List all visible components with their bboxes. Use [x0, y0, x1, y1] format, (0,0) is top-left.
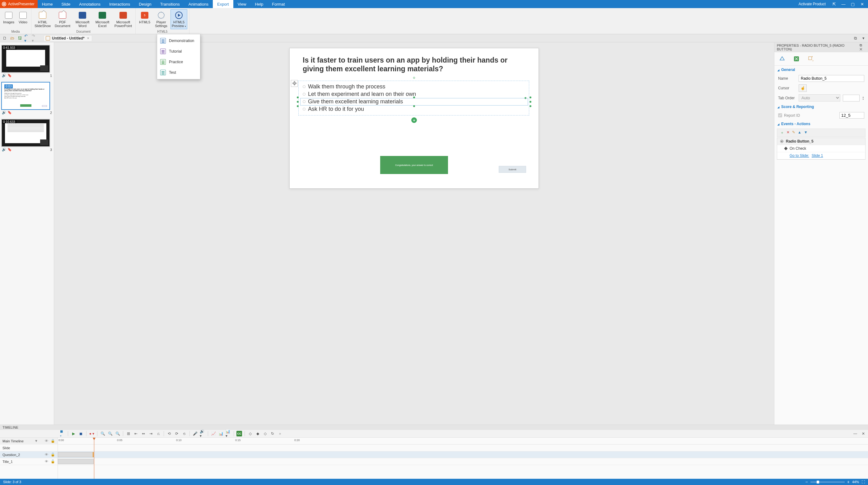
export-html-slideshow-button[interactable]: HTML SlideShow	[33, 9, 52, 29]
preview-test[interactable]: Test	[157, 67, 200, 78]
cursor-picker[interactable]: ☝	[799, 84, 807, 92]
slide-thumb-1[interactable]: 0:41.933 🔊🔖1	[1, 45, 53, 78]
delete-event-icon[interactable]: ✕	[786, 130, 789, 135]
player-settings-button[interactable]: Player Settings	[153, 9, 169, 29]
style-tab-icon[interactable]	[779, 55, 785, 62]
export-html5-button[interactable]: 5 HTML5	[137, 9, 152, 29]
crop-start-icon[interactable]: ⟲	[166, 431, 172, 436]
export-powerpoint-button[interactable]: Microsoft PowerPoint	[113, 9, 133, 29]
clip-title[interactable]	[58, 459, 94, 464]
restore-panel-icon[interactable]: ⧉	[852, 35, 858, 41]
tab-transitions[interactable]: Transitions	[156, 0, 184, 8]
record-icon[interactable]: ⏹ ▾	[60, 431, 65, 436]
move-handle-icon[interactable]: ✥	[291, 80, 298, 87]
zoom-in-button[interactable]: +	[847, 479, 850, 484]
dock-icon[interactable]: ⧉	[860, 43, 862, 47]
align-center-icon[interactable]: ⇔	[141, 431, 146, 436]
undo-icon[interactable]: ↶ ▾	[24, 35, 30, 41]
trim-icon[interactable]: ⎋	[181, 431, 187, 436]
zoom-fit-icon[interactable]: 🔍	[115, 431, 120, 436]
align-right-icon[interactable]: ⇥	[148, 431, 154, 436]
slide-thumb-3[interactable]: 0:10.633 🔊🔖3	[1, 119, 53, 151]
feedback-box[interactable]: Congratulations, your answer is correct	[380, 156, 448, 174]
preview-demonstration[interactable]: Demonstration	[157, 35, 200, 46]
event-trigger-row[interactable]: On Check	[777, 145, 865, 152]
tab-slide[interactable]: Slide	[57, 0, 75, 8]
question-text[interactable]: Is it faster to train users on an app by…	[303, 56, 525, 73]
move-up-icon[interactable]: ▲	[798, 130, 801, 135]
pin-icon[interactable]: ⇱	[830, 2, 839, 6]
zoom-out-button[interactable]: −	[805, 479, 808, 484]
section-events[interactable]: Events - Actions	[774, 120, 868, 128]
submit-button[interactable]: Submit	[499, 166, 526, 173]
export-excel-button[interactable]: Microsoft Excel	[93, 9, 112, 29]
option-1[interactable]: Walk them through the process	[303, 83, 525, 91]
slide-canvas[interactable]: Is it faster to train users on an app by…	[289, 48, 539, 189]
minimize-timeline-icon[interactable]: —	[852, 431, 858, 436]
report-id-field[interactable]	[839, 112, 864, 119]
mute-icon[interactable]: 🔊 ▾	[200, 431, 205, 436]
rotate-handle[interactable]	[413, 77, 415, 79]
export-video-button[interactable]: Video	[17, 9, 29, 29]
preview-practice[interactable]: Practice	[157, 57, 200, 67]
move-down-icon[interactable]: ▼	[804, 130, 808, 135]
crop-end-icon[interactable]: ⟳	[174, 431, 180, 436]
zoom-out-icon[interactable]: 🔍	[107, 431, 113, 436]
export-images-button[interactable]: Images	[2, 9, 16, 29]
clip-question[interactable]	[58, 452, 94, 457]
section-general[interactable]: General	[774, 66, 868, 74]
close-document-icon[interactable]: ×	[87, 36, 90, 40]
event-action-link[interactable]: Go to Slide:	[789, 153, 809, 158]
align-left-icon[interactable]: ⇤	[133, 431, 139, 436]
tab-design[interactable]: Design	[134, 0, 156, 8]
tab-home[interactable]: Home	[38, 0, 57, 8]
keyframe-prev-icon[interactable]: ◇	[247, 431, 253, 436]
close-icon[interactable]: ✕	[858, 2, 867, 6]
close-panel-icon[interactable]: ✕	[860, 47, 862, 51]
event-object-row[interactable]: Radio Button_5	[777, 138, 865, 145]
new-icon[interactable]: 🗋	[2, 35, 7, 41]
split-icon[interactable]: ⎌	[156, 431, 161, 436]
tab-annotations[interactable]: Annotations	[75, 0, 105, 8]
app-menu-button[interactable]: ActivePresenter	[0, 0, 38, 8]
keyframe-icon[interactable]: ◆	[255, 431, 260, 436]
marker-icon[interactable]: ● ▾	[89, 431, 95, 436]
track-question[interactable]	[58, 451, 868, 458]
option-3-selected[interactable]: Give them excellent learning materials	[300, 98, 528, 106]
tab-format[interactable]: Format	[268, 0, 289, 8]
tab-help[interactable]: Help	[251, 0, 268, 8]
add-event-icon[interactable]: ＋	[780, 130, 784, 135]
redo-icon[interactable]: ↷ ▾	[32, 35, 37, 41]
stepper-up-icon[interactable]: ▲	[862, 96, 864, 98]
taborder-value-field[interactable]	[843, 95, 860, 102]
chart-column-icon[interactable]: 📊 ▾	[225, 431, 231, 436]
add-option-button[interactable]: +	[411, 117, 417, 123]
play-icon[interactable]: ▶	[71, 431, 76, 436]
activate-product-button[interactable]: Activate Product	[795, 0, 830, 8]
chevron-down-icon[interactable]: ▼	[34, 439, 38, 443]
lock-icon[interactable]: 🔒	[51, 439, 55, 443]
snap-icon[interactable]: ⊞	[126, 431, 131, 436]
cc-icon[interactable]: CC	[237, 431, 242, 436]
layer-title[interactable]: Title_1👁🔓	[0, 458, 58, 465]
export-pdf-button[interactable]: PDF Document	[53, 9, 72, 29]
size-tab-icon[interactable]	[793, 55, 800, 62]
expand-icon[interactable]: »	[277, 431, 283, 436]
edit-event-icon[interactable]: ✎	[792, 130, 795, 135]
tab-view[interactable]: View	[233, 0, 251, 8]
chart-line-icon[interactable]: 📈	[211, 431, 216, 436]
chart-bar-icon[interactable]: 📊	[218, 431, 224, 436]
track-title[interactable]	[58, 458, 868, 465]
timeline-tracks[interactable]: 0:00 0:05 0:10 0:15 0:20	[58, 438, 868, 479]
stepper-down-icon[interactable]: ▼	[862, 98, 864, 100]
event-action-row[interactable]: Go to Slide: Slide 1	[777, 152, 865, 160]
eye-icon[interactable]: 👁	[45, 459, 48, 463]
fit-screen-icon[interactable]: ⛶	[862, 480, 865, 484]
save-icon[interactable]: 🖫	[17, 35, 22, 41]
timeline-ruler[interactable]: 0:00 0:05 0:10 0:15 0:20	[58, 438, 868, 445]
canvas-area[interactable]: Is it faster to train users on an app by…	[54, 42, 774, 425]
loop-icon[interactable]: ↻	[270, 431, 275, 436]
maximize-icon[interactable]: ▢	[848, 2, 858, 6]
export-word-button[interactable]: Microsoft Word	[73, 9, 92, 29]
chevron-down-icon[interactable]: ▾	[861, 35, 866, 41]
